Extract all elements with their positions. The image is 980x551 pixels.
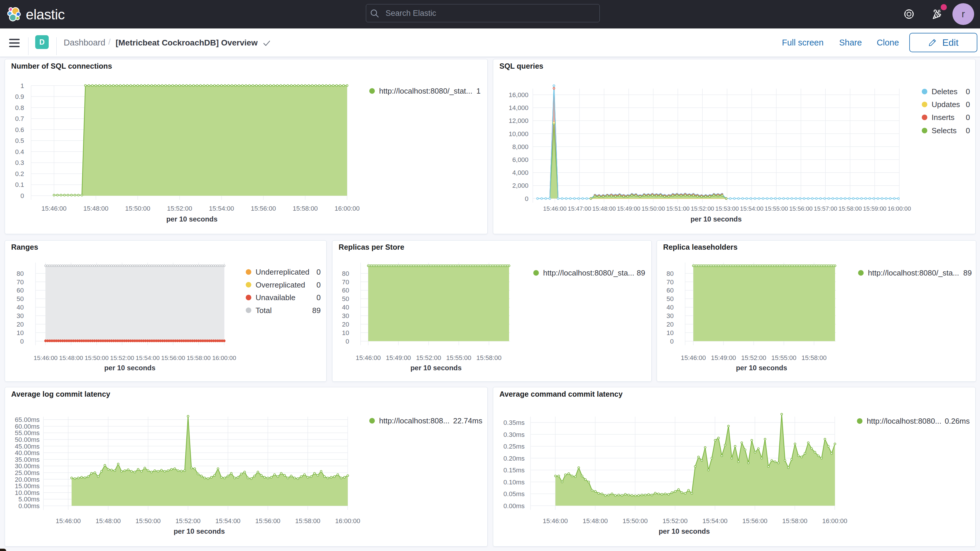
svg-text:0.4: 0.4: [15, 148, 24, 156]
svg-text:Overreplicated: Overreplicated: [256, 280, 305, 289]
svg-text:15:56:00: 15:56:00: [742, 517, 768, 525]
svg-text:0.6: 0.6: [15, 126, 24, 134]
svg-text:15:56:00: 15:56:00: [161, 354, 185, 361]
svg-text:0.00ms: 0.00ms: [19, 502, 40, 510]
svg-text:15:54:00: 15:54:00: [702, 517, 728, 525]
svg-text:http://localhost:8080/_sta...: http://localhost:8080/_sta...: [543, 268, 634, 277]
svg-text:15:49:00: 15:49:00: [711, 354, 736, 361]
svg-text:15:49:00: 15:49:00: [386, 354, 411, 361]
svg-text:0: 0: [317, 268, 321, 276]
svg-text:55.00ms: 55.00ms: [15, 429, 40, 436]
svg-text:70: 70: [342, 279, 349, 286]
svg-text:35.00ms: 35.00ms: [15, 456, 40, 463]
svg-text:0.2: 0.2: [15, 170, 24, 177]
svg-text:15:52:00: 15:52:00: [110, 354, 134, 361]
svg-text:0: 0: [346, 338, 349, 345]
svg-text:1: 1: [477, 86, 480, 96]
svg-text:80: 80: [17, 270, 24, 277]
svg-text:0.30ms: 0.30ms: [503, 431, 525, 438]
svg-text:15:46:00: 15:46:00: [34, 354, 58, 361]
svg-text:0.10ms: 0.10ms: [503, 479, 525, 486]
svg-text:per 10 seconds: per 10 seconds: [174, 527, 225, 535]
svg-text:0: 0: [966, 87, 970, 96]
svg-text:0.1: 0.1: [15, 181, 24, 188]
svg-text:Updates: Updates: [932, 100, 960, 109]
svg-text:15:48:00: 15:48:00: [95, 517, 121, 525]
svg-text:Replicas per Store: Replicas per Store: [339, 243, 404, 251]
svg-text:60: 60: [17, 287, 24, 294]
svg-text:0.15ms: 0.15ms: [503, 467, 525, 474]
svg-text:60: 60: [667, 287, 674, 294]
svg-text:15:58:00: 15:58:00: [293, 205, 318, 212]
svg-text:15:49:00: 15:49:00: [617, 205, 641, 212]
svg-text:15:50:00: 15:50:00: [125, 205, 151, 212]
svg-text:15:48:00: 15:48:00: [59, 354, 83, 361]
svg-text:0: 0: [20, 338, 24, 345]
svg-text:10: 10: [17, 329, 24, 336]
svg-text:40.00ms: 40.00ms: [15, 449, 40, 457]
svg-text:60: 60: [342, 287, 349, 294]
svg-text:Unavailable: Unavailable: [256, 293, 296, 302]
svg-text:15:48:00: 15:48:00: [83, 205, 108, 212]
svg-text:0.25ms: 0.25ms: [503, 443, 525, 450]
svg-text:Underreplicated: Underreplicated: [256, 268, 310, 276]
svg-text:89: 89: [963, 268, 972, 277]
svg-text:16,000: 16,000: [509, 91, 528, 99]
svg-text:1: 1: [21, 82, 24, 89]
svg-text:89: 89: [637, 268, 645, 277]
svg-text:15:50:00: 15:50:00: [641, 205, 665, 212]
svg-text:15:58:00: 15:58:00: [187, 354, 211, 361]
svg-text:0: 0: [670, 338, 674, 345]
svg-text:15:56:00: 15:56:00: [251, 205, 276, 212]
svg-text:per 10 seconds: per 10 seconds: [410, 364, 462, 372]
svg-text:2,000: 2,000: [512, 182, 528, 189]
svg-text:http://localhost:808...: http://localhost:808...: [379, 416, 450, 425]
svg-text:60.00ms: 60.00ms: [15, 423, 40, 430]
svg-text:SQL queries: SQL queries: [500, 62, 543, 70]
svg-text:20: 20: [342, 321, 349, 328]
svg-text:15:55:00: 15:55:00: [446, 354, 471, 361]
svg-text:Average log commit latency: Average log commit latency: [11, 390, 111, 398]
svg-text:Number of SQL connections: Number of SQL connections: [11, 62, 112, 70]
svg-text:15:52:00: 15:52:00: [175, 517, 201, 525]
svg-text:per 10 seconds: per 10 seconds: [166, 215, 218, 223]
svg-text:0: 0: [966, 113, 970, 122]
svg-text:0: 0: [21, 192, 24, 199]
svg-text:15:52:00: 15:52:00: [741, 354, 767, 361]
svg-text:15:46:00: 15:46:00: [543, 205, 566, 212]
svg-text:15:54:00: 15:54:00: [215, 517, 240, 525]
svg-text:15:53:00: 15:53:00: [715, 205, 739, 212]
svg-text:50: 50: [342, 295, 349, 303]
svg-text:4,000: 4,000: [512, 169, 528, 176]
svg-text:0.00ms: 0.00ms: [503, 502, 525, 510]
svg-text:http://localhost:8080/_stat...: http://localhost:8080/_stat...: [379, 86, 473, 96]
svg-text:0.7: 0.7: [15, 115, 24, 123]
svg-text:0: 0: [317, 293, 321, 302]
svg-text:25.00ms: 25.00ms: [15, 469, 40, 476]
svg-text:http://localhost:8080/_sta...: http://localhost:8080/_sta...: [868, 268, 959, 277]
svg-text:15:48:00: 15:48:00: [592, 205, 616, 212]
svg-text:65.00ms: 65.00ms: [15, 416, 40, 424]
svg-text:Deletes: Deletes: [932, 87, 958, 96]
svg-text:15:51:00: 15:51:00: [666, 205, 689, 212]
svg-text:15:48:00: 15:48:00: [583, 517, 608, 525]
svg-text:0: 0: [966, 126, 970, 135]
svg-text:http://localhost:8080...: http://localhost:8080...: [867, 417, 941, 425]
svg-text:per 10 seconds: per 10 seconds: [736, 364, 787, 372]
svg-text:8,000: 8,000: [512, 143, 528, 151]
svg-text:Replica leaseholders: Replica leaseholders: [663, 243, 738, 251]
svg-text:80: 80: [342, 270, 349, 277]
svg-text:per 10 seconds: per 10 seconds: [659, 527, 710, 535]
svg-text:per 10 seconds: per 10 seconds: [690, 215, 742, 223]
svg-text:0.8: 0.8: [15, 104, 24, 111]
svg-text:80: 80: [667, 270, 674, 277]
svg-text:0.26ms: 0.26ms: [945, 417, 970, 425]
svg-text:15:54:00: 15:54:00: [209, 205, 234, 212]
svg-text:0.35ms: 0.35ms: [503, 419, 525, 426]
svg-text:15:52:00: 15:52:00: [662, 517, 688, 525]
svg-text:0: 0: [966, 100, 970, 109]
svg-text:Total: Total: [256, 306, 272, 315]
svg-text:6,000: 6,000: [512, 156, 528, 163]
svg-text:12,000: 12,000: [509, 117, 528, 124]
svg-text:15:46:00: 15:46:00: [56, 517, 81, 525]
